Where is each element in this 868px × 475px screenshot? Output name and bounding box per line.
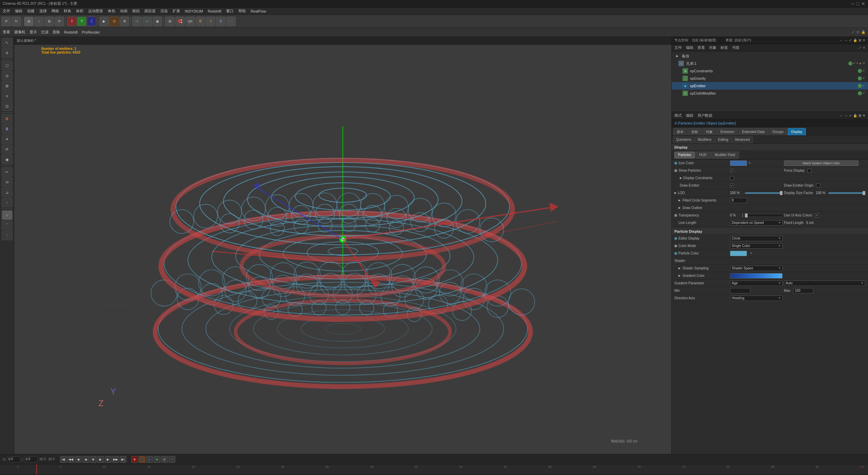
timeline-track[interactable]: 0 5 10 15 20 25 30 35 40 45 50 55 60 65 … (0, 464, 868, 474)
btn-key-all[interactable]: ■ (154, 456, 160, 463)
force-display-checkbox[interactable] (807, 169, 811, 173)
obj-emitter[interactable]: ◈ xpEmitter ✓ (672, 82, 868, 90)
sidebar-tool8[interactable]: ◉ (2, 155, 13, 164)
attr-nav-left[interactable]: ← (840, 114, 843, 117)
max-input[interactable] (793, 288, 813, 293)
menu-redshift[interactable]: Redshift (208, 9, 221, 13)
viewport[interactable]: 默认摄像机·* Number of emitters: 1 Total live… (14, 37, 671, 454)
sec-camera[interactable]: 摄像机 (14, 30, 25, 35)
btn-auto-key[interactable]: ⚫ (139, 456, 145, 463)
shader-sampling-arrow[interactable]: ▶ (678, 267, 680, 270)
menu-character[interactable]: 角色 (108, 8, 115, 14)
axis-y[interactable]: Y (77, 17, 86, 26)
btn-preview[interactable]: ⊡ (161, 456, 168, 463)
menu-volume[interactable]: 体积 (76, 8, 83, 14)
attr-close[interactable]: ✕ (863, 114, 865, 117)
viewport-canvas[interactable]: Z Y (14, 37, 671, 454)
tool-js[interactable]: J (206, 17, 215, 26)
om-edit[interactable]: 编辑 (686, 45, 693, 50)
menu-select[interactable]: 选择 (39, 8, 47, 14)
tool-render[interactable]: ⊡ (110, 17, 119, 26)
attr-userdata[interactable]: 用户数据 (697, 113, 712, 118)
emitter-dot[interactable] (858, 84, 862, 88)
lod-slider[interactable] (745, 192, 783, 194)
om-file[interactable]: 文件 (674, 45, 682, 50)
viewport-resize-icon[interactable]: ⤢ (852, 30, 854, 34)
cloth-check[interactable]: ✓ (863, 91, 865, 95)
tab-object[interactable]: 对象 (702, 128, 716, 135)
tool-render-preview[interactable]: ▶ (99, 17, 109, 26)
icon-color-edit-icon[interactable]: ✎ (748, 161, 751, 165)
menu-realflow[interactable]: RealFlow (251, 9, 266, 13)
constraints-dot[interactable] (858, 69, 862, 73)
attr-more[interactable]: ⊞ (859, 114, 861, 117)
om-objects[interactable]: 对象 (709, 45, 716, 50)
btn-more[interactable]: ⋯ (169, 456, 175, 463)
editor-display-dropdown[interactable]: Circle ▼ (730, 236, 783, 241)
menu-extend[interactable]: 扩展 (173, 8, 180, 14)
viewport-fullscreen-icon[interactable]: ⊡ (856, 30, 859, 34)
gradient-param-dropdown[interactable]: Age ▼ (730, 281, 783, 286)
frame-start-input[interactable] (7, 456, 20, 462)
cloth-dot[interactable] (858, 91, 862, 95)
om-tags[interactable]: 标签 (721, 45, 728, 50)
sidebar-move[interactable]: ✛ (2, 48, 13, 58)
tool-grid[interactable]: ⊞ (165, 17, 175, 26)
sub-tab-hud[interactable]: HUD (695, 152, 710, 158)
brother-check[interactable]: ✓ (853, 61, 856, 65)
menu-simulate[interactable]: 模拟 (132, 8, 140, 14)
transparency-slider[interactable] (745, 215, 783, 216)
sidebar-select[interactable]: ↖ (2, 38, 13, 48)
emitter-check[interactable]: ✓ (863, 84, 865, 88)
tab-coords[interactable]: 坐标 (688, 128, 702, 135)
btn-record[interactable]: ⏺ (131, 456, 138, 463)
menu-insydium[interactable]: INSYDIUM (185, 9, 203, 13)
sidebar-s1[interactable]: S (2, 114, 13, 124)
btn-next-frame[interactable]: ▶ (105, 456, 112, 463)
fullscreen-icon[interactable]: ⤢ (849, 38, 852, 42)
om-view[interactable]: 查看 (697, 45, 705, 50)
draw-outline-arrow[interactable]: ▶ (678, 206, 680, 209)
sidebar-tool4[interactable]: ≡ (2, 91, 13, 101)
tool-bone[interactable]: B (196, 17, 205, 26)
tool-scale[interactable]: ⊞ (44, 17, 54, 26)
tool-xp1[interactable]: xP (132, 17, 142, 26)
btn-key-sel[interactable]: ■ (146, 456, 153, 463)
menu-edit[interactable]: 编辑 (15, 8, 22, 14)
menu-help[interactable]: 帮助 (238, 8, 246, 14)
sidebar-tool2[interactable]: ◎ (2, 71, 13, 80)
sidebar-s2[interactable]: S (2, 124, 13, 134)
sidebar-tool5[interactable]: ⊡ (2, 101, 13, 111)
nav-arrow-left[interactable]: ← (840, 38, 843, 42)
tool-xp2[interactable]: xP (142, 17, 152, 26)
gradient-color-arrow[interactable]: ▶ (678, 274, 680, 277)
nav-arrow-right[interactable]: → (844, 38, 848, 42)
menu-window[interactable]: 窗口 (226, 8, 234, 14)
axis-z[interactable]: Z (87, 17, 96, 26)
tab-basic[interactable]: 基本 (673, 128, 687, 135)
sidebar-circle[interactable]: ○ (2, 210, 13, 220)
obj-brother1[interactable]: ○ 兄弟:1 ✓ ● ▲ ✕ (672, 60, 868, 67)
axis-x[interactable]: X (67, 17, 77, 26)
tool-move[interactable]: ↕ (34, 17, 44, 26)
gradient-bar[interactable] (730, 273, 783, 279)
btn-prev-frame[interactable]: ◀ (75, 456, 82, 463)
subtab-advanced[interactable]: Advanced (732, 136, 753, 143)
tool-qr[interactable]: QR (185, 17, 195, 26)
menu-spline[interactable]: 样条 (64, 8, 71, 14)
brother-x[interactable]: ✕ (863, 61, 865, 65)
om-expand-icon[interactable]: ⤢ (859, 46, 861, 50)
sidebar-bevel[interactable]: ⊿ (2, 188, 13, 197)
particle-color-swatch[interactable] (730, 251, 747, 256)
gradient-param-right-dropdown[interactable]: Auto ▼ (784, 281, 865, 286)
tool-extra[interactable]: ⋯ (226, 17, 236, 26)
subtab-questions[interactable]: Questions (673, 136, 694, 143)
sec-redshift[interactable]: Redshift (64, 30, 78, 34)
sec-panel[interactable]: 面板 (53, 30, 60, 35)
sec-display[interactable]: 显示 (29, 30, 37, 35)
min-input[interactable] (730, 288, 750, 293)
obj-gravity[interactable]: ↓ xpGravity ✓ (672, 75, 868, 82)
brother-dot-green[interactable] (848, 61, 852, 65)
menu-mesh[interactable]: 网格 (52, 8, 59, 14)
subtab-editing[interactable]: Editing (715, 136, 732, 143)
